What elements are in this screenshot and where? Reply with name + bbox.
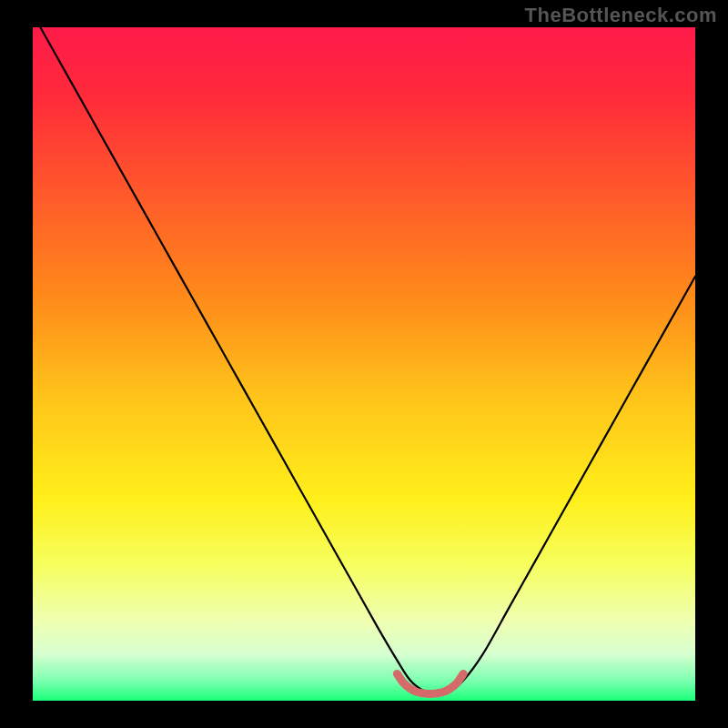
chart-svg <box>33 27 695 701</box>
watermark-text: TheBottleneck.com <box>525 4 717 27</box>
chart-frame: TheBottleneck.com <box>0 0 728 728</box>
plot-area <box>33 27 695 701</box>
gradient-backdrop <box>33 27 695 701</box>
